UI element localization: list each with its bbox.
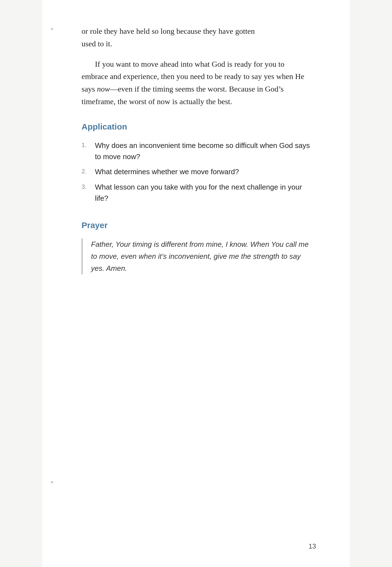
question-number-3: 3. — [82, 181, 95, 192]
question-number-2: 2. — [82, 166, 95, 176]
page-number: 13 — [309, 542, 316, 550]
prayer-text: Father, Your timing is different from mi… — [91, 238, 310, 274]
intro-italic-word: now — [97, 85, 110, 93]
question-text-2: What determines whether we move forward? — [95, 166, 239, 177]
question-text-1: Why does an inconvenient time become so … — [95, 140, 310, 162]
application-section: Application 1. Why does an inconvenient … — [82, 122, 310, 204]
page: or role they have held so long because t… — [42, 0, 350, 567]
list-item: 1. Why does an inconvenient time become … — [82, 140, 310, 162]
list-item: 3. What lesson can you take with you for… — [82, 181, 310, 204]
prayer-block: Father, Your timing is different from mi… — [82, 238, 310, 274]
question-list: 1. Why does an inconvenient time become … — [82, 140, 310, 204]
side-decoration-top — [51, 28, 53, 30]
application-heading: Application — [82, 122, 310, 131]
list-item: 2. What determines whether we move forwa… — [82, 166, 310, 177]
intro-body: If you want to move ahead into what God … — [82, 58, 310, 108]
intro-line2: used to it. — [82, 38, 310, 50]
question-text-3: What lesson can you take with you for th… — [95, 181, 310, 204]
intro-text-after: —even if the timing seems the worst. Bec… — [82, 85, 284, 106]
question-number-1: 1. — [82, 140, 95, 150]
intro-paragraph: or role they have held so long because t… — [82, 25, 310, 108]
prayer-section: Prayer Father, Your timing is different … — [82, 221, 310, 274]
prayer-heading: Prayer — [82, 221, 310, 230]
side-decoration-bottom — [51, 481, 53, 483]
intro-line1: or role they have held so long because t… — [82, 25, 310, 38]
